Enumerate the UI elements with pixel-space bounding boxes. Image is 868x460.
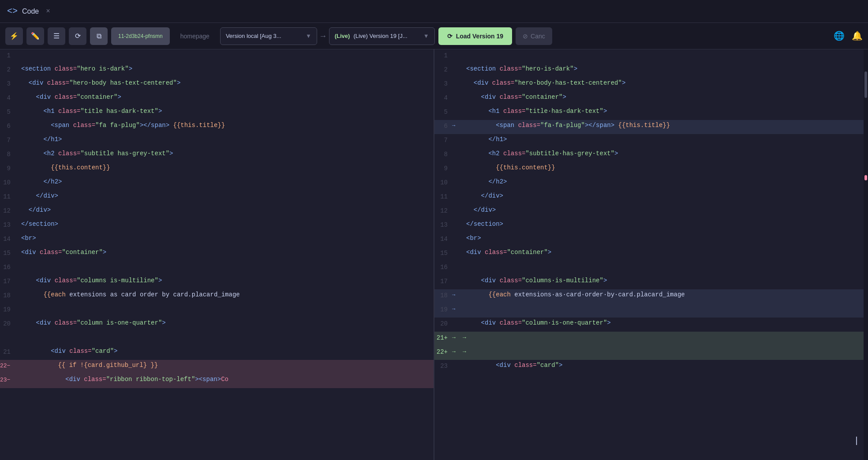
table-row: 3 <div class="hero-body·has-text-centere… <box>434 78 868 92</box>
dropdown-chevron-icon: ▼ <box>306 33 311 39</box>
table-row: 7 </h1> <box>0 134 434 148</box>
table-row: 20 <div class="column·is-one-quarter"> <box>434 318 868 332</box>
table-row: 20 <div class="column is-one-quarter"> <box>0 318 434 332</box>
table-row: 14 <br> <box>0 233 434 247</box>
table-row: 11 </div> <box>0 191 434 205</box>
copy-icon: ⧉ <box>97 32 101 40</box>
code-icon: <> <box>7 6 18 16</box>
cancel-icon: ⊘ <box>523 33 528 40</box>
table-row: 12 </div> <box>434 205 868 219</box>
scrollbar[interactable] <box>864 49 868 460</box>
right-code-panel: 1 2 <section class="hero·is-dark"> 3 <di… <box>434 49 868 460</box>
table-row: 8 <h2 class="subtitle·has-grey-text"> <box>434 148 868 162</box>
lightning-button[interactable]: ⚡ <box>5 27 23 45</box>
lightning-icon: ⚡ <box>10 32 19 40</box>
load-icon: ⟳ <box>447 33 453 40</box>
table-row: 14 <br> <box>434 233 868 247</box>
table-row <box>0 332 434 346</box>
list-icon: ☰ <box>53 32 60 40</box>
table-row: 13 </section> <box>434 219 868 233</box>
table-row: 1 <box>434 49 868 64</box>
load-version-button[interactable]: ⟳ Load Version 19 <box>438 27 512 45</box>
table-row: 9 {{this.content}} <box>0 162 434 176</box>
table-row: 10 </h2> <box>0 176 434 191</box>
table-row: 10 </h2> <box>434 176 868 191</box>
table-row: 19 <box>0 303 434 318</box>
toolbar: ⚡ ✏️ ☰ ⟳ ⧉ 11-2d3b24-pfnsmn homepage Ver… <box>0 23 868 49</box>
version-local-label: Version local [Aug 3... <box>226 33 281 39</box>
table-row: 11 </div> <box>434 191 868 205</box>
cancel-label: Canc <box>531 33 545 40</box>
cursor-indicator: | <box>854 436 859 446</box>
bell-icon[interactable]: 🔔 <box>852 30 863 41</box>
table-row: 18 → {{each extensions·as·card·order·by·… <box>434 289 868 303</box>
table-row: 2 <section class="hero is-dark"> <box>0 64 434 78</box>
load-label: Load Version 19 <box>456 33 503 40</box>
tab-name: 11-2d3b24-pfnsmn <box>118 33 163 39</box>
table-row: 21 <div class="card"> <box>0 346 434 360</box>
table-row: 17 <div class="columns is-multiline"> <box>0 275 434 289</box>
edit-button[interactable]: ✏️ <box>26 27 44 45</box>
table-row: 18 {{each extensions as card order by ca… <box>0 289 434 303</box>
cancel-button[interactable]: ⊘ Canc <box>516 27 552 45</box>
right-code-lines: 1 2 <section class="hero·is-dark"> 3 <di… <box>434 49 868 460</box>
version-live-label: (Live) Version 19 [J... <box>353 33 407 39</box>
table-row: 5 <h1 class="title has-dark-text"> <box>0 106 434 120</box>
left-code-panel: 1 2 <section class="hero is-dark"> 3 <di… <box>0 49 434 460</box>
table-row: 8 <h2 class="subtitle has-grey-text"> <box>0 148 434 162</box>
list-button[interactable]: ☰ <box>48 27 65 45</box>
table-row: 7 </h1> <box>434 134 868 148</box>
live-badge: (Live) <box>335 33 350 39</box>
homepage-tab[interactable]: homepage <box>173 27 217 45</box>
table-row: 21+ → → <box>434 332 868 346</box>
left-code-lines: 1 2 <section class="hero is-dark"> 3 <di… <box>0 49 434 460</box>
table-row: 5 <h1 class="title·has-dark-text"> <box>434 106 868 120</box>
scroll-thumb[interactable] <box>864 71 867 98</box>
table-row: 9 {{this.content}} <box>434 162 868 176</box>
table-row: 17 <div class="columns·is-multiline"> <box>434 275 868 289</box>
table-row: 22+ → → <box>434 346 868 360</box>
table-row: 6 <span class="fa fa-plug"></span> {{thi… <box>0 120 434 134</box>
version-live-select[interactable]: (Live) (Live) Version 19 [J... ▼ <box>329 27 435 45</box>
table-row: 16 <box>434 261 868 275</box>
table-row: 3 <div class="hero-body has-text-centere… <box>0 78 434 92</box>
arrow-icon: → <box>321 32 326 41</box>
table-row: 19 → <box>434 303 868 318</box>
table-row: 6 → <span class="fa·fa-plug"></span> {{t… <box>434 120 868 134</box>
globe-icon[interactable]: 🌐 <box>834 30 845 41</box>
toolbar-right: 🌐 🔔 <box>834 30 863 41</box>
table-row: 2 <section class="hero·is-dark"> <box>434 64 868 78</box>
table-row: 15 <div class="container"> <box>434 247 868 261</box>
table-row: 4 <div class="container"> <box>434 92 868 106</box>
code-container: 1 2 <section class="hero is-dark"> 3 <di… <box>0 49 868 460</box>
table-row: 23 <div class="card"> <box>434 360 868 374</box>
scroll-thumb-diff <box>864 175 867 180</box>
edit-icon: ✏️ <box>31 32 40 40</box>
table-row: 13 </section> <box>0 219 434 233</box>
table-row: 4 <div class="container"> <box>0 92 434 106</box>
close-button[interactable]: × <box>46 7 50 15</box>
table-row: 16 <box>0 261 434 275</box>
homepage-label: homepage <box>180 33 210 40</box>
app-title: Code <box>22 7 39 15</box>
dropdown-chevron-live-icon: ▼ <box>423 33 429 39</box>
version-local-select[interactable]: Version local [Aug 3... ▼ <box>220 27 317 45</box>
history-button[interactable]: ⟳ <box>69 27 86 45</box>
table-row: 1 <box>0 49 434 64</box>
history-icon: ⟳ <box>75 32 81 40</box>
copy-button[interactable]: ⧉ <box>90 27 108 45</box>
title-bar: <> Code × <box>0 0 868 23</box>
table-row: 15 <div class="container"> <box>0 247 434 261</box>
table-row: 12 </div> <box>0 205 434 219</box>
version-tab[interactable]: 11-2d3b24-pfnsmn <box>111 27 170 45</box>
table-row: 22− {{ if !{card.github_url} }} <box>0 360 434 374</box>
table-row: 23− <div class="ribbon ribbon-top-left">… <box>0 374 434 388</box>
